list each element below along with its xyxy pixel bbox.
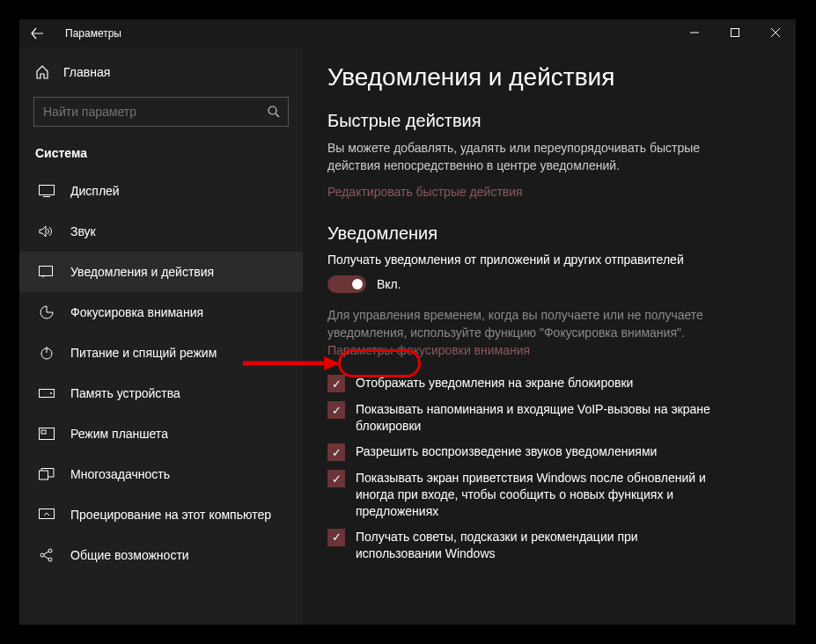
display-icon [39,185,55,197]
sidebar: Главная Система Дисплей Звук Уведомления… [19,48,303,625]
focus-settings-link[interactable]: Параметры фокусировки внимания [327,343,771,357]
sidebar-item-label: Общие возможности [70,548,189,562]
check-lockscreen[interactable]: ✓ Отображать уведомления на экране блоки… [327,375,715,392]
sidebar-item-storage[interactable]: Память устройства [19,373,303,413]
back-button[interactable] [19,19,55,48]
sidebar-item-label: Дисплей [70,184,120,198]
checkbox-icon: ✓ [327,401,345,419]
sidebar-item-label: Многозадачность [70,467,170,481]
sidebar-item-power[interactable]: Питание и спящий режим [19,333,303,373]
sidebar-item-label: Память устройства [70,386,180,400]
check-sounds[interactable]: ✓ Разрешить воспроизведение звуков уведо… [327,443,715,461]
notifications-toggle[interactable] [327,275,366,293]
sound-icon [39,225,55,238]
sidebar-item-label: Уведомления и действия [70,265,214,279]
home-button[interactable]: Главная [19,55,303,90]
svg-rect-3 [40,267,53,276]
arrow-left-icon [31,27,43,40]
search-icon [268,106,280,118]
sidebar-item-tablet[interactable]: Режим планшета [19,413,303,454]
svg-rect-2 [40,186,55,195]
home-label: Главная [63,65,110,79]
window-controls [674,19,796,46]
checkbox-icon: ✓ [327,443,345,461]
sidebar-item-label: Фокусировка внимания [70,305,203,319]
svg-point-11 [40,553,44,557]
quick-actions-description: Вы можете добавлять, удалять или переупо… [327,140,732,174]
quick-actions-heading: Быстрые действия [327,111,771,131]
settings-window: Параметры Главная Система Дисплей [19,19,796,625]
sidebar-item-multitask[interactable]: Многозадачность [19,454,303,494]
sidebar-item-sound[interactable]: Звук [19,211,303,252]
notification-options: ✓ Отображать уведомления на экране блоки… [327,375,715,561]
multitask-icon [39,468,55,480]
check-label: Показывать напоминания и входящие VoIP-в… [356,401,715,435]
check-label: Разрешить воспроизведение звуков уведомл… [356,443,657,460]
sidebar-item-label: Питание и спящий режим [70,346,217,360]
window-title: Параметры [65,27,121,40]
svg-point-12 [48,549,52,553]
search-input[interactable] [33,97,289,127]
titlebar: Параметры [19,19,796,48]
maximize-button[interactable] [715,19,755,46]
toggle-title: Получать уведомления от приложений и дру… [327,252,771,267]
toggle-state-label: Вкл. [377,277,401,291]
shared-icon [39,548,55,562]
sidebar-item-notifications[interactable]: Уведомления и действия [19,252,303,292]
checkbox-icon: ✓ [327,375,345,392]
minimize-icon [690,28,699,37]
sidebar-item-shared[interactable]: Общие возможности [19,535,303,575]
notifications-icon [39,266,55,278]
sidebar-item-label: Проецирование на этот компьютер [70,508,271,522]
edit-quick-actions-link[interactable]: Редактировать быстрые действия [327,185,771,199]
tablet-icon [39,428,55,440]
sidebar-item-focus[interactable]: Фокусировка внимания [19,292,303,333]
notifications-heading: Уведомления [327,223,771,244]
toggle-knob [352,279,363,289]
check-label: Получать советы, подсказки и рекомендаци… [356,529,715,562]
sidebar-item-display[interactable]: Дисплей [19,171,303,211]
power-icon [39,346,55,360]
close-icon [771,28,780,37]
content-area: Уведомления и действия Быстрые действия … [303,48,796,625]
focus-icon [39,305,55,319]
svg-rect-0 [731,29,739,37]
check-label: Отображать уведомления на экране блокиро… [356,375,633,392]
body: Главная Система Дисплей Звук Уведомления… [19,48,796,625]
search-container [33,97,289,127]
svg-point-1 [268,106,276,114]
check-welcome[interactable]: ✓ Показывать экран приветствия Windows п… [327,470,715,520]
check-tips[interactable]: ✓ Получать советы, подсказки и рекоменда… [327,529,715,562]
sidebar-item-label: Звук [70,224,96,238]
svg-rect-8 [41,430,46,434]
sidebar-item-projecting[interactable]: Проецирование на этот компьютер [19,494,303,535]
sidebar-item-label: Режим планшета [70,427,168,441]
projecting-icon [39,509,55,521]
svg-point-6 [50,392,52,394]
checkbox-icon: ✓ [327,529,345,546]
check-label: Показывать экран приветствия Windows пос… [356,470,715,520]
helper-text: Для управления временем, когда вы получа… [327,307,715,341]
notifications-toggle-row: Вкл. [327,275,771,293]
svg-rect-9 [40,471,48,479]
maximize-icon [731,28,739,37]
page-title: Уведомления и действия [327,63,771,91]
home-icon [35,65,49,79]
storage-icon [39,389,55,398]
close-button[interactable] [755,19,796,46]
svg-point-13 [48,558,52,561]
svg-rect-10 [40,509,55,519]
check-voip[interactable]: ✓ Показывать напоминания и входящие VoIP… [327,401,715,435]
minimize-button[interactable] [674,19,715,46]
checkbox-icon: ✓ [327,470,345,487]
sidebar-category: Система [19,139,303,171]
